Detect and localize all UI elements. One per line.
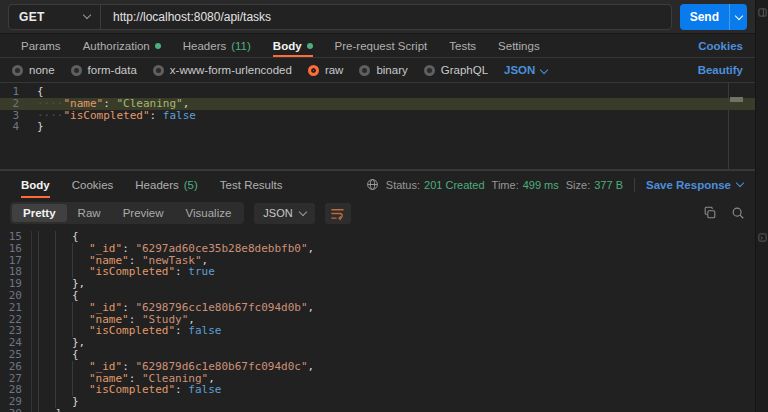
mode-x-www-form-urlencoded[interactable]: x-www-form-urlencoded bbox=[153, 64, 292, 76]
indent-guide bbox=[38, 373, 55, 385]
response-tabs: BodyCookiesHeaders(5)Test Results Status… bbox=[0, 171, 755, 198]
tab-headers[interactable]: Headers(5) bbox=[126, 171, 207, 198]
token: , bbox=[183, 98, 190, 110]
token: "629879d6c1e80b67fc094d0c" bbox=[135, 361, 307, 373]
search-button[interactable] bbox=[731, 206, 745, 220]
token: "isCompleted" bbox=[64, 110, 150, 122]
view-tab-preview[interactable]: Preview bbox=[112, 204, 175, 222]
main-panel: GET http://localhost:8080/api/tasks Send… bbox=[0, 0, 755, 412]
code-text: "isCompleted": false bbox=[32, 384, 755, 396]
token: : bbox=[122, 361, 135, 373]
console-icon[interactable] bbox=[758, 233, 767, 242]
view-tab-pretty[interactable]: Pretty bbox=[12, 204, 67, 222]
tab-label: Cookies bbox=[72, 179, 114, 191]
mode-label: none bbox=[29, 64, 55, 76]
green-dot-icon bbox=[155, 43, 161, 49]
radio-icon bbox=[308, 65, 319, 76]
token: , bbox=[308, 302, 315, 314]
code-line[interactable]: 20{ bbox=[0, 290, 755, 302]
wrap-lines-button[interactable] bbox=[325, 203, 351, 224]
code-line[interactable]: 29} bbox=[0, 396, 755, 408]
tab-params[interactable]: Params bbox=[12, 34, 70, 57]
mode-form-data[interactable]: form-data bbox=[71, 64, 137, 76]
copy-button[interactable] bbox=[703, 206, 717, 220]
mode-none[interactable]: none bbox=[12, 64, 55, 76]
code-line[interactable]: 24}, bbox=[0, 337, 755, 349]
chevron-down-icon bbox=[540, 65, 548, 73]
url-input[interactable]: http://localhost:8080/api/tasks bbox=[101, 10, 671, 24]
tab-count: (5) bbox=[184, 179, 198, 191]
tab-tests[interactable]: Tests bbox=[440, 34, 485, 57]
indent-guide bbox=[72, 314, 89, 326]
request-body-editor[interactable]: 1{2····"name": "Cleaning",3····"isComple… bbox=[0, 83, 755, 170]
indent-guide bbox=[38, 231, 55, 243]
token: false bbox=[188, 325, 221, 337]
radio-icon bbox=[12, 65, 23, 76]
chevron-down-icon bbox=[298, 207, 306, 215]
response-language-dropdown[interactable]: JSON bbox=[254, 203, 314, 224]
code-line[interactable]: 28"isCompleted": false bbox=[0, 384, 755, 396]
tab-cookies[interactable]: Cookies bbox=[63, 171, 123, 198]
code-line[interactable]: 21"_id": "6298796cc1e80b67fc094d0b", bbox=[0, 302, 755, 314]
mode-binary[interactable]: binary bbox=[359, 64, 407, 76]
view-tab-visualize[interactable]: Visualize bbox=[175, 204, 243, 222]
line-number: 20 bbox=[0, 290, 32, 302]
right-sidebar-strip bbox=[755, 0, 768, 412]
line-number: 2 bbox=[0, 98, 28, 110]
radio-icon bbox=[424, 65, 435, 76]
code-text: ····"name": "Cleaning", bbox=[28, 98, 755, 110]
token: "6297ad60ce35b28e8debbfb0" bbox=[135, 243, 307, 255]
token: ···· bbox=[37, 98, 64, 110]
search-icon bbox=[731, 206, 745, 220]
code-text: } bbox=[32, 396, 755, 408]
send-options-caret[interactable] bbox=[729, 4, 747, 30]
code-text: "_id": "6297ad60ce35b28e8debbfb0", bbox=[32, 243, 755, 255]
indent-guide bbox=[55, 278, 72, 290]
code-text: "_id": "6298796cc1e80b67fc094d0b", bbox=[32, 302, 755, 314]
indent-guide bbox=[55, 384, 72, 396]
chevron-down-icon bbox=[83, 11, 91, 19]
code-line[interactable]: 25{ bbox=[0, 349, 755, 361]
tab-authorization[interactable]: Authorization bbox=[74, 34, 170, 57]
chevron-down-icon bbox=[734, 11, 742, 19]
ruler-current-line-mark bbox=[730, 97, 743, 102]
cookies-link[interactable]: Cookies bbox=[698, 40, 743, 52]
code-line[interactable]: 3····"isCompleted": false bbox=[0, 110, 755, 122]
copy-icon bbox=[703, 206, 717, 220]
code-line[interactable]: 30] bbox=[0, 408, 755, 412]
sidebar-panel-icon[interactable] bbox=[758, 8, 767, 17]
token: "Cleaning" bbox=[117, 98, 183, 110]
tab-body[interactable]: Body bbox=[12, 171, 59, 198]
code-line[interactable]: 19}, bbox=[0, 278, 755, 290]
code-line[interactable]: 26"_id": "629879d6c1e80b67fc094d0c", bbox=[0, 361, 755, 373]
request-language-dropdown[interactable]: JSON bbox=[504, 64, 547, 76]
tab-pre-request-script[interactable]: Pre-request Script bbox=[326, 34, 437, 57]
code-line[interactable]: 4} bbox=[0, 121, 755, 133]
tab-test-results[interactable]: Test Results bbox=[211, 171, 292, 198]
mode-raw[interactable]: raw bbox=[308, 64, 344, 76]
save-response-label: Save Response bbox=[646, 179, 731, 191]
indent-guide bbox=[55, 266, 72, 278]
tab-settings[interactable]: Settings bbox=[489, 34, 549, 57]
send-button[interactable]: Send bbox=[680, 4, 747, 30]
token: , bbox=[308, 243, 315, 255]
tab-headers[interactable]: Headers(11) bbox=[174, 34, 260, 57]
code-line[interactable]: 2····"name": "Cleaning", bbox=[0, 98, 755, 110]
view-tab-raw[interactable]: Raw bbox=[67, 204, 112, 222]
beautify-link[interactable]: Beautify bbox=[698, 64, 743, 76]
code-line[interactable]: 18"isCompleted": true bbox=[0, 266, 755, 278]
method-selector[interactable]: GET bbox=[9, 5, 101, 29]
save-response-button[interactable]: Save Response bbox=[646, 179, 743, 191]
tab-body[interactable]: Body bbox=[264, 34, 322, 57]
request-tabs: ParamsAuthorizationHeaders(11)BodyPre-re… bbox=[0, 34, 755, 58]
code-line[interactable]: 23"isCompleted": false bbox=[0, 325, 755, 337]
status-badge: Status:201 Created bbox=[386, 179, 485, 191]
body-mode-row: noneform-datax-www-form-urlencodedrawbin… bbox=[0, 58, 755, 83]
mode-graphql[interactable]: GraphQL bbox=[424, 64, 488, 76]
indent-guide bbox=[55, 349, 72, 361]
indent-guide bbox=[55, 361, 72, 373]
indent-guide bbox=[38, 325, 55, 337]
response-body-editor[interactable]: 15{16"_id": "6297ad60ce35b28e8debbfb0",1… bbox=[0, 228, 755, 412]
indent-guide bbox=[38, 337, 55, 349]
code-line[interactable]: 16"_id": "6297ad60ce35b28e8debbfb0", bbox=[0, 243, 755, 255]
